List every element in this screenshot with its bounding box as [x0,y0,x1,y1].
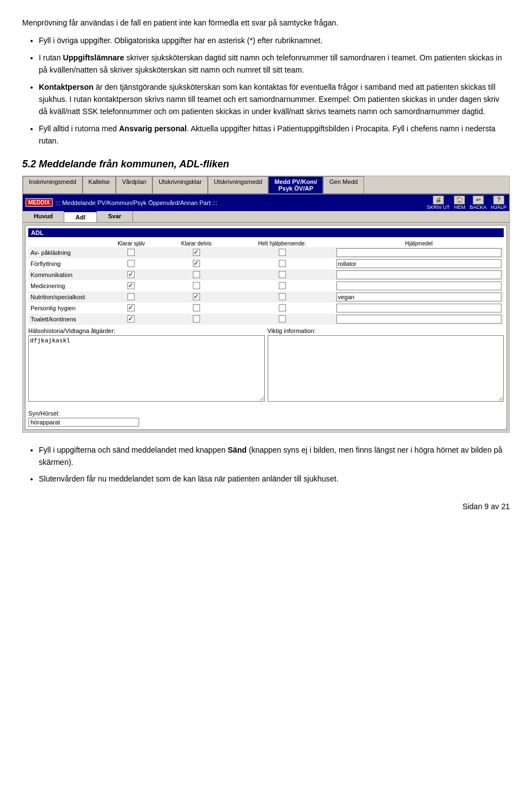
checkbox[interactable] [279,249,286,256]
adl-cb-klarar-sjalv[interactable] [100,303,162,314]
checkbox[interactable] [193,304,200,311]
adl-cb-helt-hjalp[interactable] [231,269,334,280]
adl-hjalpmedel-cell[interactable] [334,291,504,303]
home-icon: 🏠 [454,196,465,204]
checkbox[interactable] [193,315,200,322]
adl-row: Medicinering [28,280,504,291]
checkbox[interactable] [279,304,286,311]
page-indicator: Sidan 9 av 21 [462,502,510,511]
syn-section: Syn/Hörsel: [28,410,504,427]
adl-content: ADL Klarar själv Klarar delvis Helt hjäl… [25,225,507,430]
back-button[interactable]: ↩ BACKA [469,196,487,210]
checkbox[interactable] [279,315,286,322]
viktig-container [268,335,504,407]
footer-bullet-2: Slutenvården får nu meddelandet som de k… [39,473,510,485]
hjalpmedel-input[interactable] [336,304,502,312]
sub-tab-svar[interactable]: Svar [97,211,133,222]
tab-medd-pv[interactable]: Medd PV/Kom/Psyk ÖV/AP [268,176,323,193]
checkbox[interactable] [193,260,200,267]
home-label: HEM [454,204,465,210]
adl-cb-helt-hjalp[interactable] [231,247,334,258]
adl-hjalpmedel-cell[interactable] [334,280,504,291]
adl-row: Förflyttning [28,258,504,269]
sub-tab-huvud[interactable]: Huvud [23,211,64,222]
adl-cb-klarar-delvis[interactable] [162,314,231,325]
adl-cb-helt-hjalp[interactable] [231,314,334,325]
tab-utskrivningsklar[interactable]: Utskrivningsklar [152,176,208,193]
footer-bullet-1: Fyll i uppgifterna och sänd meddelandet … [39,444,510,469]
adl-hjalpmedel-cell[interactable] [334,314,504,325]
tab-utskrivningsmedd[interactable]: Utskrivningsmedd [208,176,268,193]
meddix-logo: MEDDIX [25,198,53,207]
adl-cb-klarar-sjalv[interactable] [100,258,162,269]
adl-hjalpmedel-cell[interactable] [334,303,504,314]
checkbox[interactable] [127,315,135,322]
checkbox[interactable] [193,293,200,300]
tab-kallelse[interactable]: Kallelse [83,176,116,193]
col-header-hjalpmedel: Hjälpmedel [334,240,504,247]
adl-row-label: Medicinering [28,280,100,291]
hjalpmedel-input[interactable] [336,281,502,290]
adl-cb-klarar-sjalv[interactable] [100,247,162,258]
tab-gen-medd[interactable]: Gen Medd [323,176,364,193]
adl-cb-helt-hjalp[interactable] [231,280,334,291]
viktig-input[interactable] [268,335,504,402]
adl-cb-klarar-delvis[interactable] [162,258,231,269]
adl-cb-klarar-delvis[interactable] [162,291,231,303]
adl-cb-klarar-sjalv[interactable] [100,291,162,303]
adl-cb-klarar-sjalv[interactable] [100,314,162,325]
intro-bullet-list: Fyll i övriga uppgifter. Obligatoriska u… [39,34,510,147]
checkbox[interactable] [279,282,286,289]
halsoshistoria-input[interactable]: dfjkajkaskl [28,335,265,402]
adl-cb-helt-hjalp[interactable] [231,291,334,303]
title-bar-title: ::: Meddelande PV/Kommun/Psyk Öppenvård/… [55,199,217,206]
halsoshistoria-label: Hälsohistoria/Vidtagna åtgärder: [28,327,265,334]
col-header-label [28,240,100,247]
title-bar-left: MEDDIX ::: Meddelande PV/Kommun/Psyk Öpp… [25,198,217,207]
hjalpmedel-input[interactable] [336,248,502,257]
sub-tab-adl[interactable]: Adl [64,211,97,222]
adl-cb-klarar-delvis[interactable] [162,269,231,280]
hjalpmedel-input[interactable] [336,315,502,324]
syn-label: Syn/Hörsel: [28,410,504,417]
print-label: SKRIV UT [427,204,450,210]
adl-hjalpmedel-cell[interactable] [334,269,504,280]
checkbox[interactable] [127,260,135,267]
checkbox[interactable] [127,249,135,256]
adl-hjalpmedel-cell[interactable] [334,247,504,258]
adl-cb-klarar-delvis[interactable] [162,247,231,258]
adl-row-label: Nutrition/specialkost [28,291,100,303]
checkbox[interactable] [127,304,135,311]
adl-cb-helt-hjalp[interactable] [231,303,334,314]
bullet-3: Kontaktperson är den tjänstgörande sjuks… [39,81,510,118]
viktig-label: Viktig information: [268,327,504,334]
checkbox[interactable] [279,271,286,278]
checkbox[interactable] [279,260,286,267]
syn-input[interactable] [28,418,139,427]
checkbox[interactable] [127,282,135,289]
back-icon: ↩ [473,196,484,204]
help-button[interactable]: ? HJÄLP [491,196,507,210]
tab-vardplan[interactable]: Vårdplan [116,176,152,193]
tab-inskrivningsmedd[interactable]: Inskrivningsmedd [23,176,83,193]
checkbox[interactable] [127,271,135,278]
print-button[interactable]: 🖨 SKRIV UT [427,196,450,210]
checkbox[interactable] [127,293,135,300]
hjalpmedel-input[interactable] [336,270,502,279]
home-button[interactable]: 🏠 HEM [454,196,465,210]
checkbox[interactable] [193,249,200,256]
adl-row: Personlig hygien [28,303,504,314]
checkbox[interactable] [193,282,200,289]
checkbox[interactable] [193,271,200,278]
adl-table: Klarar själv Klarar delvis Helt hjälpber… [28,240,504,325]
adl-cb-klarar-sjalv[interactable] [100,269,162,280]
adl-cb-klarar-sjalv[interactable] [100,280,162,291]
adl-cb-klarar-delvis[interactable] [162,280,231,291]
adl-cb-klarar-delvis[interactable] [162,303,231,314]
halsoshistoria-section: Hälsohistoria/Vidtagna åtgärder: dfjkajk… [28,327,265,407]
hjalpmedel-input[interactable] [336,293,502,301]
checkbox[interactable] [279,293,286,300]
adl-hjalpmedel-cell[interactable] [334,258,504,269]
adl-cb-helt-hjalp[interactable] [231,258,334,269]
hjalpmedel-input[interactable] [336,259,502,268]
